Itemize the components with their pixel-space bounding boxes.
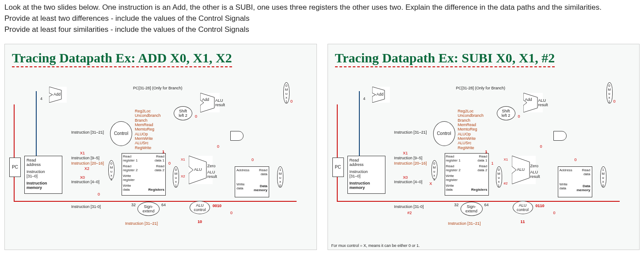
- path-blue: [359, 91, 360, 162]
- alu: ALU Zero ALU result: [189, 156, 213, 184]
- sign-out-64: 64: [161, 203, 166, 207]
- field-31-21: Instruction [31–21]: [394, 130, 427, 135]
- alusrc-value: 1: [492, 161, 494, 165]
- reg-x0: X0: [80, 175, 85, 180]
- field-31-21-b: Instruction [31–21]: [448, 221, 481, 226]
- branch-and-0: 0: [217, 144, 219, 149]
- const-4: 4: [40, 96, 42, 101]
- mux-reg2loc: 0 M u x 1: [108, 160, 114, 180]
- reg-x0: X0: [403, 175, 408, 180]
- prompt-line-2: Provide at least two differences - inclu…: [4, 14, 640, 24]
- mux-pcsrc: 0 M u x 1: [283, 82, 290, 104]
- field-9-5: Instruction [9–5]: [394, 156, 423, 160]
- control-unit: Control: [433, 121, 455, 146]
- alu-control-out: 0110: [536, 204, 545, 208]
- datapath-add: PC Read address Instruction [31–0] Instr…: [9, 73, 312, 233]
- control-signals: Reg2Loc Uncondbranch Branch MemRead Memt…: [458, 109, 484, 150]
- alusrc-value: 0: [168, 161, 171, 165]
- path-blue: [36, 91, 37, 162]
- question-prompt: Look at the two slides below. One instru…: [0, 0, 644, 44]
- adder-branch: Add ALU result: [200, 93, 220, 112]
- reg-x1: X1: [80, 151, 85, 155]
- field-20-16: Instruction [20–16]: [71, 161, 104, 165]
- slides-row: Tracing Datapath Ex: ADD X0, X1, X2 PC R…: [0, 44, 644, 254]
- sign-in-32: 32: [131, 203, 136, 207]
- mux-reg2loc: 0 M u x 1: [431, 160, 438, 180]
- path-red: [14, 201, 297, 202]
- slide-subi: Tracing Datapath Ex: SUBI X0, X1, #2 PC …: [328, 44, 640, 250]
- mux-pcsrc: 0 M u x 1: [606, 82, 613, 104]
- alu-op-in: 11: [521, 219, 525, 224]
- mux-out-hash2: #2: [504, 181, 508, 185]
- adder-pc4: Add: [372, 87, 390, 103]
- mux-memtoreg: 1 M u x 0: [277, 166, 283, 188]
- prompt-line-1: Look at the two slides below. One instru…: [4, 3, 640, 13]
- field-20-16: Instruction [20–16]: [394, 161, 427, 165]
- memwrite-0: 0: [553, 211, 556, 215]
- control-unit: Control: [110, 121, 132, 146]
- const-4: 4: [363, 96, 366, 101]
- and-gate: [230, 131, 244, 141]
- field-31-21-b: Instruction [31–21]: [125, 221, 158, 226]
- path-red: [14, 104, 15, 202]
- reg-x1: X1: [403, 151, 408, 155]
- mux-ctrl-x: X: [430, 181, 432, 186]
- sign-extend: Sign-extend: [137, 202, 160, 216]
- register-file: Readregister 1Readdata 1 Readregister 2R…: [445, 153, 489, 196]
- rd1-x1: X1: [504, 158, 508, 162]
- reg-x2: X2: [84, 166, 89, 171]
- mux-out-x2: X2: [181, 174, 185, 178]
- branch-and-0: 0: [540, 144, 542, 149]
- field-4-0: Instruction [4–0]: [71, 180, 99, 184]
- instruction-memory: Read address Instruction [31–0] Instruct…: [24, 156, 62, 194]
- imm-hash2: #2: [408, 211, 412, 215]
- pc-branch-note: PC[31-28] (Only for Branch): [456, 86, 506, 90]
- memwrite-0: 0: [230, 211, 232, 215]
- prompt-line-3: Provide at least four similarities - inc…: [4, 25, 640, 35]
- svg-marker-4: [523, 93, 537, 112]
- sign-in-32: 32: [454, 203, 459, 207]
- slide-add: Tracing Datapath Ex: ADD X0, X1, X2 PC R…: [4, 44, 317, 250]
- pc-block: PC: [332, 158, 344, 177]
- and-gate: [553, 131, 567, 141]
- field-31-0: Instruction [31-0]: [71, 204, 101, 209]
- data-memory: AddressReaddata Writedata Datamemory: [235, 166, 269, 197]
- alu-control: ALUcontrol: [190, 201, 210, 214]
- adder-branch: Add ALU result: [523, 93, 543, 112]
- field-9-5: Instruction [9–5]: [71, 156, 99, 160]
- field-31-21: Instruction [31–21]: [71, 130, 104, 135]
- mux-memtoreg: 1 M u x 0: [600, 166, 606, 188]
- mux-alusrc: 0 M u x 1: [496, 166, 502, 188]
- control-signals: Reg2Loc Uncondbranch Branch MemRead Memt…: [135, 109, 161, 150]
- sign-extend: Sign-extend: [461, 202, 483, 216]
- shift-left-2: Shiftleft 2: [497, 106, 515, 120]
- alu: ALU Zero ALU result: [512, 156, 536, 184]
- datapath-subi: PC Read address Instruction [31–0] Instr…: [332, 73, 635, 233]
- slide-add-title: Tracing Datapath Ex: ADD X0, X1, X2: [12, 50, 232, 67]
- alu-op-in: 10: [198, 219, 202, 224]
- shift-out-0: 0: [195, 114, 197, 119]
- adder-pc4: Add: [49, 87, 67, 103]
- pcsrc-0: 0: [614, 99, 616, 104]
- alu-control-out: 0010: [213, 204, 221, 208]
- shift-out-0: 0: [518, 114, 520, 119]
- memread-0: 0: [575, 158, 577, 162]
- field-4-0: Instruction [4–0]: [394, 180, 423, 184]
- path-red: [337, 104, 338, 202]
- instruction-memory: Read address Instruction [31–0] Instruct…: [347, 156, 385, 194]
- field-31-0: Instruction [31-0]: [394, 204, 424, 209]
- slide-subi-title: Tracing Datapath Ex: SUBI X0, X1, #2: [335, 50, 555, 67]
- memread-0: 0: [252, 158, 254, 162]
- footnote: For mux control = X, means it can be eit…: [332, 243, 420, 248]
- rd1-x1: X1: [181, 158, 185, 162]
- path-red: [337, 201, 620, 202]
- alu-control: ALUcontrol: [513, 201, 533, 214]
- register-file: Readregister 1Readdata 1 Readregister 2R…: [122, 153, 166, 196]
- zero-path: 0: [98, 192, 100, 196]
- pc-branch-note: PC[31-28] (Only for Branch): [133, 86, 183, 90]
- pcsrc-0: 0: [290, 99, 293, 104]
- pc-block: PC: [9, 158, 21, 177]
- shift-left-2: Shiftleft 2: [174, 106, 192, 120]
- mux-alusrc: 0 M u x 1: [173, 166, 179, 188]
- data-memory: AddressReaddata Writedata Datamemory: [558, 166, 592, 197]
